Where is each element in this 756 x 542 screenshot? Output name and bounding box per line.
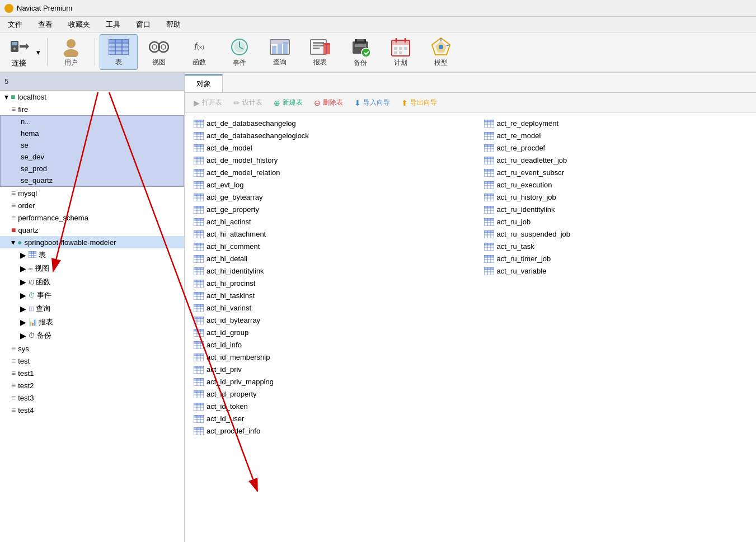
- export-wizard-button[interactable]: ⬆ 导出向导: [397, 96, 442, 109]
- table-item-act_hi_procinst[interactable]: act_hi_procinst: [191, 277, 459, 289]
- tree-item-se[interactable]: se: [1, 139, 184, 151]
- tree-item-hema[interactable]: hema: [1, 128, 184, 139]
- function-button[interactable]: f(x) 函数: [180, 34, 218, 70]
- svg-rect-138: [194, 280, 204, 282]
- table-item-act_hi_attachment[interactable]: act_hi_attachment: [191, 228, 459, 240]
- table-item-act_id_user[interactable]: act_id_user: [191, 413, 459, 425]
- tree-item-quartz[interactable]: ■ quartz: [0, 224, 184, 236]
- table-item-act_de_model[interactable]: act_de_model: [191, 142, 459, 154]
- table-item-act_hi_varinst[interactable]: act_hi_varinst: [191, 302, 459, 314]
- delete-table-button[interactable]: ⊖ 删除表: [309, 96, 348, 109]
- menu-window[interactable]: 窗口: [133, 18, 154, 31]
- table-item-act_re_procdef[interactable]: act_re_procdef: [482, 142, 750, 154]
- design-table-button[interactable]: ✏ 设计表: [229, 96, 267, 109]
- tree-item-report-node[interactable]: ▶ 📊 报表: [0, 315, 184, 329]
- query-button[interactable]: 查询: [261, 34, 299, 70]
- menu-help[interactable]: 帮助: [163, 18, 184, 31]
- report-button[interactable]: 报表: [301, 34, 339, 70]
- tree-item-query-node[interactable]: ▶ ⊞ 查询: [0, 302, 184, 315]
- tree-item-se-prod[interactable]: se_prod: [1, 163, 184, 175]
- table-item-act_id_priv_mapping[interactable]: act_id_priv_mapping: [191, 376, 459, 388]
- table-row-icon: [194, 341, 204, 349]
- table-item-act_de_databasechangeloglock[interactable]: act_de_databasechangeloglock: [191, 130, 459, 142]
- import-wizard-button[interactable]: ⬇ 导入向导: [350, 96, 395, 109]
- table-item-act_hi_comment[interactable]: act_hi_comment: [191, 241, 459, 252]
- tree-item-view-node[interactable]: ▶ ∞ 视图: [0, 262, 184, 275]
- delete-table-icon: ⊖: [314, 98, 321, 107]
- menu-file[interactable]: 文件: [4, 18, 26, 31]
- open-table-button[interactable]: ▶ 打开表: [189, 96, 227, 109]
- table-item-act_id_token[interactable]: act_id_token: [191, 400, 459, 412]
- tree-item-springboot[interactable]: ▾ ● springboot-flowable-modeler: [0, 236, 184, 248]
- tab-objects[interactable]: 对象: [185, 74, 223, 92]
- tree-item-performance-schema[interactable]: ≡ performance_schema: [0, 211, 184, 224]
- table-item-act_ru_suspended_job[interactable]: act_ru_suspended_job: [482, 228, 750, 240]
- table-item-act_re_model[interactable]: act_re_model: [482, 130, 750, 142]
- table-item-act_ru_job[interactable]: act_ru_job: [482, 216, 750, 228]
- connect-icon: [9, 36, 29, 58]
- tree-item-se-dev[interactable]: se_dev: [1, 151, 184, 163]
- tree-item-test4[interactable]: ≡ test4: [0, 404, 184, 416]
- tree-item-backup-node[interactable]: ▶ ⏱ 备份: [0, 329, 184, 342]
- tree-item-n[interactable]: n...: [1, 116, 184, 128]
- tree-item-mysql[interactable]: ≡ mysql: [0, 187, 184, 199]
- table-item-act_de_model_history[interactable]: act_de_model_history: [191, 154, 459, 166]
- tree-item-test2[interactable]: ≡ test2: [0, 379, 184, 392]
- tree-label-se-dev: se_dev: [21, 153, 44, 161]
- tree-item-function-node[interactable]: ▶ f() 函数: [0, 275, 184, 289]
- table-item-act_re_deployment[interactable]: act_re_deployment: [482, 117, 750, 129]
- table-item-act_hi_actinst[interactable]: act_hi_actinst: [191, 216, 459, 228]
- event-button[interactable]: 事件: [220, 34, 259, 70]
- menu-view[interactable]: 查看: [35, 18, 56, 31]
- table-item-act_ru_deadletter_job[interactable]: act_ru_deadletter_job: [482, 154, 750, 166]
- table-item-act_procdef_info[interactable]: act_procdef_info: [191, 425, 459, 437]
- table-item-act_de_databasechangelog[interactable]: act_de_databasechangelog: [191, 117, 459, 129]
- tree-item-order[interactable]: ≡ order: [0, 199, 184, 211]
- table-row-icon: [484, 169, 494, 177]
- sidebar: 5 ▾ ■ localhost ≡ fire n... hema se se_: [0, 73, 185, 542]
- table-item-act_hi_taskinst[interactable]: act_hi_taskinst: [191, 290, 459, 301]
- db-icon-springboot: ●: [17, 238, 22, 247]
- table-row-name: act_id_priv_mapping: [206, 378, 274, 386]
- view-button[interactable]: 视图: [140, 34, 178, 70]
- tree-item-test3[interactable]: ≡ test3: [0, 392, 184, 404]
- table-item-act_id_group[interactable]: act_id_group: [191, 327, 459, 338]
- table-item-act_id_info[interactable]: act_id_info: [191, 339, 459, 351]
- tree-item-se-quartz[interactable]: se_quartz: [1, 175, 184, 186]
- tree-item-table[interactable]: ▶ 表: [0, 248, 184, 262]
- table-item-act_ru_event_subscr[interactable]: act_ru_event_subscr: [482, 167, 750, 178]
- tree-item-event-node[interactable]: ▶ ⏱ 事件: [0, 289, 184, 302]
- table-item-act_hi_identitylink[interactable]: act_hi_identitylink: [191, 265, 459, 277]
- table-item-act_ru_task[interactable]: act_ru_task: [482, 241, 750, 252]
- table-item-act_ru_execution[interactable]: act_ru_execution: [482, 179, 750, 191]
- tree-item-localhost[interactable]: ▾ ■ localhost: [0, 91, 184, 103]
- menu-favorites[interactable]: 收藏夹: [65, 18, 93, 31]
- user-button[interactable]: 用户: [52, 34, 90, 70]
- table-button[interactable]: 表: [100, 34, 138, 70]
- table-item-act_ge_property[interactable]: act_ge_property: [191, 204, 459, 215]
- tree-item-fire[interactable]: ≡ fire: [0, 103, 184, 115]
- table-row-icon: [194, 181, 204, 189]
- table-item-act_ge_bytearray[interactable]: act_ge_bytearray: [191, 191, 459, 203]
- table-item-act_de_model_relation[interactable]: act_de_model_relation: [191, 167, 459, 178]
- tree-item-sys[interactable]: ≡ sys: [0, 342, 184, 355]
- table-item-act_ru_identitylink[interactable]: act_ru_identitylink: [482, 204, 750, 215]
- table-item-act_ru_timer_job[interactable]: act_ru_timer_job: [482, 253, 750, 265]
- model-button[interactable]: 模型: [422, 34, 460, 70]
- new-table-button[interactable]: ⊕ 新建表: [269, 96, 307, 109]
- table-item-act_ru_history_job[interactable]: act_ru_history_job: [482, 191, 750, 203]
- tree-item-test[interactable]: ≡ test: [0, 355, 184, 367]
- connect-dropdown-arrow[interactable]: ▾: [34, 34, 43, 70]
- menu-tools[interactable]: 工具: [102, 18, 124, 31]
- table-item-act_id_membership[interactable]: act_id_membership: [191, 351, 459, 363]
- table-item-act_id_property[interactable]: act_id_property: [191, 388, 459, 400]
- schedule-button[interactable]: 计划: [382, 34, 420, 70]
- table-item-act_id_bytearray[interactable]: act_id_bytearray: [191, 314, 459, 326]
- backup-button[interactable]: 备份: [341, 34, 379, 70]
- table-item-act_id_priv[interactable]: act_id_priv: [191, 364, 459, 375]
- connect-button[interactable]: 连接: [4, 34, 34, 70]
- tree-item-test1[interactable]: ≡ test1: [0, 367, 184, 379]
- table-item-act_hi_detail[interactable]: act_hi_detail: [191, 253, 459, 265]
- table-item-act_evt_log[interactable]: act_evt_log: [191, 179, 459, 191]
- table-item-act_ru_variable[interactable]: act_ru_variable: [482, 265, 750, 277]
